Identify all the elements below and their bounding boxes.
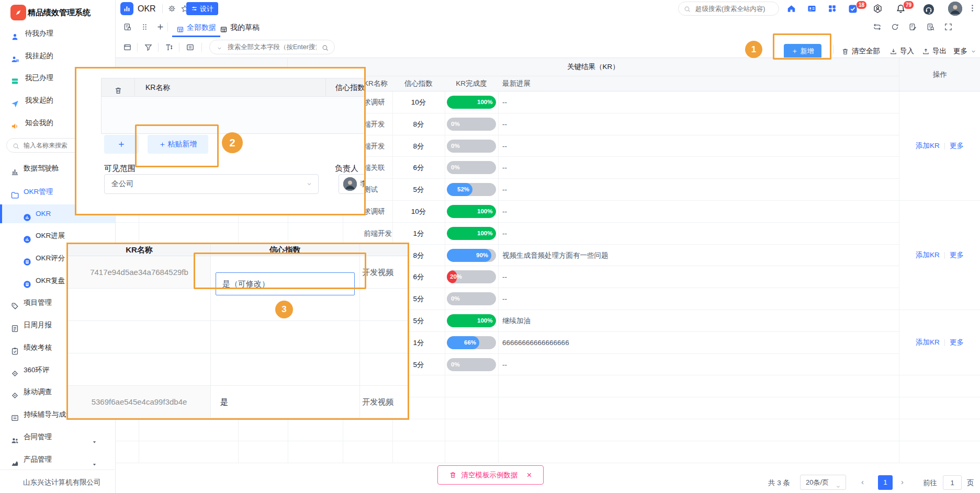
sidebar-item-合同管理[interactable]: 合同管理 bbox=[0, 429, 115, 445]
paste-cell-extra: 开发视频 bbox=[359, 386, 408, 418]
sidebar-item-label: 脉动调查 bbox=[24, 384, 52, 400]
add-kr-link[interactable]: 添加KR bbox=[916, 250, 940, 260]
gear-icon[interactable] bbox=[167, 4, 176, 13]
progress-bar: 0% bbox=[447, 358, 496, 371]
view-bar: 全部数据 我的草稿 bbox=[115, 17, 980, 38]
page-size-select[interactable]: 20条/页 bbox=[800, 475, 846, 490]
add-button[interactable]: 新增 bbox=[784, 44, 821, 59]
progress-label: 90% bbox=[476, 249, 488, 262]
chevron-down-icon bbox=[306, 180, 313, 188]
add-kr-link[interactable]: 添加KR bbox=[916, 141, 940, 151]
table-search-input[interactable] bbox=[227, 43, 318, 51]
cell-confidence: 8分 bbox=[392, 113, 445, 135]
tab-my-draft[interactable]: 我的草稿 bbox=[220, 17, 260, 37]
diamond-icon bbox=[10, 387, 19, 403]
paste-cell-extra bbox=[359, 353, 408, 385]
sidebar-item-label: 我已办理 bbox=[25, 70, 53, 86]
progress-label: 100% bbox=[477, 96, 492, 109]
progress-label: 0% bbox=[451, 161, 460, 174]
cell-latest-progress: -- bbox=[502, 113, 895, 135]
page-title: OKR bbox=[138, 4, 156, 14]
contacts-icon[interactable] bbox=[807, 4, 817, 14]
owner-select[interactable]: 李 bbox=[339, 174, 366, 194]
fullscreen-icon[interactable] bbox=[944, 22, 953, 31]
next-page-button[interactable]: › bbox=[901, 477, 904, 486]
sidebar-item-2[interactable]: 我挂起的 bbox=[0, 48, 115, 64]
action-group-cell: 添加KR更多 bbox=[899, 310, 980, 375]
sidebar-item-label: 360环评 bbox=[24, 362, 50, 378]
home-icon[interactable] bbox=[786, 4, 796, 14]
global-search-input[interactable] bbox=[694, 5, 775, 13]
more-link[interactable]: 更多 bbox=[950, 141, 964, 151]
circle-doc-icon bbox=[23, 277, 31, 292]
divider bbox=[833, 45, 833, 54]
people-icon bbox=[10, 432, 19, 448]
more-link[interactable]: 更多 bbox=[950, 250, 964, 260]
col-header-confidence: 信心指数 bbox=[392, 76, 445, 91]
trash-icon[interactable] bbox=[114, 86, 122, 95]
action-column: 添加KR更多添加KR更多添加KR更多 bbox=[899, 91, 980, 463]
visible-range-label: 可见范围 bbox=[104, 164, 136, 174]
divider bbox=[944, 252, 945, 259]
text-size-icon[interactable] bbox=[165, 43, 174, 52]
dialog-col-kr-name: KR名称 bbox=[134, 78, 326, 97]
paste-cell-confidence: 是 bbox=[210, 386, 359, 418]
more-button[interactable]: 更多 bbox=[953, 47, 977, 56]
prev-page-button[interactable]: ‹ bbox=[861, 477, 864, 486]
goto-page-input[interactable] bbox=[943, 475, 962, 490]
import-button[interactable]: 导入 bbox=[889, 47, 914, 56]
chevron-down-icon[interactable] bbox=[216, 44, 223, 52]
add-view-icon[interactable] bbox=[156, 22, 165, 31]
cell-latest-progress: -- bbox=[502, 354, 895, 375]
app-logo-icon bbox=[10, 5, 26, 20]
chart-area-icon bbox=[10, 455, 19, 471]
cell-latest-progress: -- bbox=[502, 179, 895, 200]
doc-search-icon[interactable] bbox=[926, 22, 935, 31]
doc-edit-icon[interactable] bbox=[908, 22, 917, 31]
close-icon[interactable] bbox=[526, 472, 533, 478]
tab-all-data[interactable]: 全部数据 bbox=[176, 17, 216, 37]
approval-icon[interactable] bbox=[873, 4, 883, 14]
add-kr-link[interactable]: 添加KR bbox=[916, 338, 940, 347]
user-avatar[interactable] bbox=[948, 2, 962, 16]
circle-bars-icon bbox=[23, 232, 31, 247]
doc-lock-icon[interactable] bbox=[123, 22, 132, 31]
column-divider bbox=[445, 91, 445, 463]
dialog-add-row-button[interactable] bbox=[104, 135, 139, 154]
cell-latest-progress: 继续加油 bbox=[502, 310, 895, 331]
divider bbox=[158, 43, 159, 52]
refresh-icon[interactable] bbox=[891, 22, 899, 31]
annotation-step-1: 1 bbox=[745, 41, 762, 58]
apps-grid-icon[interactable] bbox=[827, 4, 837, 14]
cell-confidence: 5分 bbox=[392, 179, 445, 200]
filter-icon[interactable] bbox=[144, 43, 153, 52]
progress-bar: 0% bbox=[447, 161, 496, 174]
card-person-icon[interactable] bbox=[123, 43, 132, 52]
swap-icon[interactable] bbox=[873, 22, 882, 31]
paste-cell-confidence bbox=[210, 321, 359, 353]
paste-add-button[interactable]: 粘贴新增 bbox=[148, 135, 208, 154]
global-search[interactable] bbox=[678, 2, 779, 16]
row-height-icon[interactable] bbox=[186, 43, 195, 52]
clear-template-button[interactable]: 清空模板示例数据 bbox=[437, 465, 544, 485]
drag-dots-icon[interactable] bbox=[140, 22, 149, 31]
export-button[interactable]: 导出 bbox=[922, 47, 947, 56]
design-button[interactable]: 设计 bbox=[186, 2, 218, 15]
more-link[interactable]: 更多 bbox=[950, 338, 964, 347]
clear-all-button[interactable]: 清空全部 bbox=[841, 47, 880, 56]
table-search[interactable] bbox=[209, 40, 335, 54]
headset-icon[interactable] bbox=[923, 4, 934, 15]
annotation-step-3: 3 bbox=[275, 301, 293, 318]
sidebar-item-label: 绩效考核 bbox=[24, 340, 52, 356]
action-empty-cell bbox=[899, 441, 980, 463]
sidebar-item-1[interactable]: 待我办理 bbox=[0, 26, 115, 41]
cell-latest-progress: 视频生成音频处理方面有一些问题 bbox=[502, 245, 895, 266]
caret-down-icon[interactable] bbox=[91, 434, 98, 450]
current-page[interactable]: 1 bbox=[878, 475, 893, 490]
progress-label: 52% bbox=[457, 183, 469, 196]
visible-range-select[interactable]: 全公司 bbox=[104, 174, 319, 194]
sidebar-item-产品管理[interactable]: 产品管理 bbox=[0, 452, 115, 467]
sidebar-item-OKR进展[interactable]: OKR进展 bbox=[0, 228, 115, 244]
more-dots-icon[interactable] bbox=[968, 4, 977, 13]
sidebar-item-label: OKR管理 bbox=[24, 184, 53, 200]
